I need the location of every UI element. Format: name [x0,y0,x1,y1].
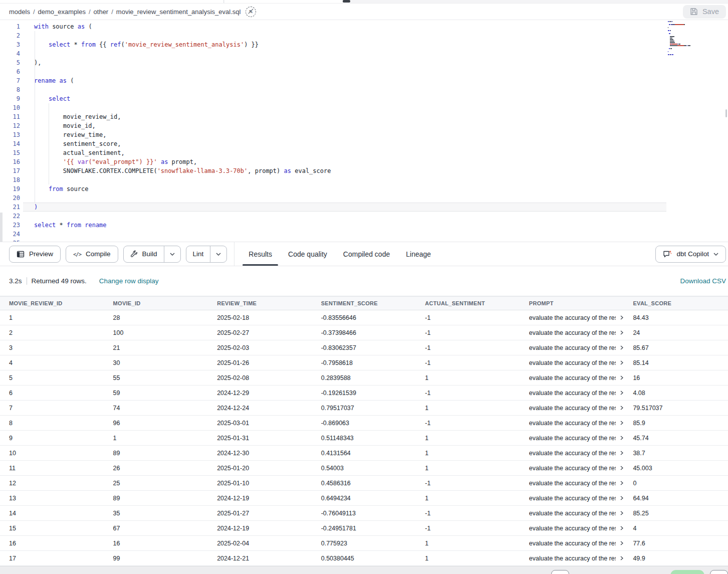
top-scroll-thumb[interactable] [343,0,350,3]
tab-code-quality-label: Code quality [288,250,327,258]
partial-button-right[interactable] [710,570,728,574]
tab-compiled-code[interactable]: Compiled code [343,242,390,266]
expand-cell-icon[interactable] [620,360,624,365]
build-split-button: Build [123,246,181,263]
expand-cell-icon[interactable] [620,436,624,440]
preview-label: Preview [29,250,53,258]
table-cell: 85.9 [624,420,728,427]
copilot-label: dbt Copilot [676,250,709,258]
table-cell: 0.4586316 [312,480,416,487]
lint-button[interactable]: Lint [186,246,210,262]
minimap-line [668,51,723,52]
table-cell: 9 [0,435,104,442]
code-text: from source [20,184,88,194]
expand-cell-icon[interactable] [620,451,624,455]
tab-code-quality[interactable]: Code quality [288,242,327,266]
minimap-line [668,30,723,31]
prompt-cell: evaluate the accuracy of the res… [520,495,624,502]
editor-scrollbar-thumb[interactable] [725,109,727,117]
minimap-line [668,24,723,25]
minimap-line [668,47,723,48]
expand-cell-icon[interactable] [620,541,624,545]
prompt-cell: evaluate the accuracy of the res… [520,314,624,321]
save-button[interactable]: Save [683,5,726,19]
expand-cell-icon[interactable] [620,466,624,470]
expand-cell-icon[interactable] [620,375,624,380]
table-cell: 55 [104,374,208,381]
minimap-line [668,32,723,33]
tab-results[interactable]: Results [249,242,272,266]
expand-cell-icon[interactable] [620,421,624,425]
partial-green-pill[interactable] [670,570,704,574]
table-cell: 2024-12-19 [208,525,312,532]
table-cell: 1 [416,555,520,562]
prompt-preview-text: evaluate the accuracy of the res… [529,480,616,487]
expand-cell-icon[interactable] [620,556,624,560]
breadcrumb-item[interactable]: models [9,8,30,16]
line-number: 2 [0,31,20,40]
tab-lineage[interactable]: Lineage [406,242,431,266]
code-line: 5), [0,58,728,67]
expand-cell-icon[interactable] [620,481,624,485]
expand-cell-icon[interactable] [620,345,624,350]
results-grid: MOVIE_REVIEW_IDMOVIE_IDREVIEW_TIMESENTIM… [0,296,728,566]
line-number: 9 [0,94,20,103]
prompt-cell: evaluate the accuracy of the res… [520,510,624,517]
line-number: 22 [0,212,20,221]
prompt-cell: evaluate the accuracy of the res… [520,465,624,472]
partial-button-left[interactable] [551,570,569,574]
sql-code-editor[interactable]: 1with source as (23 select * from {{ ref… [0,20,728,242]
prompt-preview-text: evaluate the accuracy of the res… [529,329,616,336]
prompt-preview-text: evaluate the accuracy of the res… [529,374,616,381]
expand-cell-icon[interactable] [620,511,624,515]
code-brackets-icon: </> [73,251,81,257]
table-cell: 1 [416,540,520,547]
expand-cell-icon[interactable] [620,526,624,530]
minimap-line [668,39,723,40]
table-cell: 0 [624,480,728,487]
expand-cell-icon[interactable] [620,496,624,500]
expand-cell-icon[interactable] [620,330,624,335]
code-minimap[interactable] [668,21,723,59]
table-cell: -0.19261539 [312,390,416,397]
table-cell: 1 [104,435,208,442]
expand-cell-icon[interactable] [620,391,624,395]
expand-cell-icon[interactable] [620,315,624,320]
table-cell: 2024-12-29 [208,390,312,397]
line-number: 15 [0,148,20,157]
download-csv-link[interactable]: Download CSV [680,277,726,285]
table-cell: -0.869063 [312,420,416,427]
expand-cell-icon[interactable] [620,406,624,410]
code-content: 1with source as (23 select * from {{ ref… [0,22,728,242]
table-cell: 7 [0,405,104,412]
table-cell: 1 [416,405,520,412]
breadcrumb-item[interactable]: demo_examples [38,8,86,16]
prompt-cell: evaluate the accuracy of the res… [520,420,624,427]
code-line: 21) [0,203,728,212]
table-row: 4302025-01-26-0.7958618-1evaluate the ac… [0,355,728,370]
code-text: sentiment_score, [20,139,121,148]
table-cell: 1 [416,495,520,502]
lint-dropdown-button[interactable] [210,246,226,262]
change-row-display-link[interactable]: Change row display [99,277,159,285]
table-cell: 1 [416,450,520,457]
breadcrumb-item[interactable]: other [94,8,109,16]
breadcrumb-item[interactable]: movie_review_sentiment_analysis_eval.sql [116,8,241,16]
preview-button[interactable]: Preview [9,246,61,263]
table-cell: 2025-03-01 [208,420,312,427]
code-line: 2 [0,31,728,40]
compile-button[interactable]: </> Compile [66,246,118,263]
build-button[interactable]: Build [124,246,164,262]
prompt-preview-text: evaluate the accuracy of the res… [529,555,616,562]
code-line: 6 [0,67,728,76]
table-cell: -1 [416,344,520,351]
build-dropdown-button[interactable] [164,246,180,262]
dbt-copilot-button[interactable]: dbt Copilot [655,246,726,263]
code-line: 7rename as ( [0,76,728,85]
code-text: select * from rename [20,221,107,230]
minimap-line [668,38,723,39]
table-row: 6592024-12-29-0.19261539-1evaluate the a… [0,386,728,401]
lint-label: Lint [193,250,204,258]
table-row: 3212025-02-03-0.83062357-1evaluate the a… [0,340,728,355]
bottom-strip [0,566,728,574]
